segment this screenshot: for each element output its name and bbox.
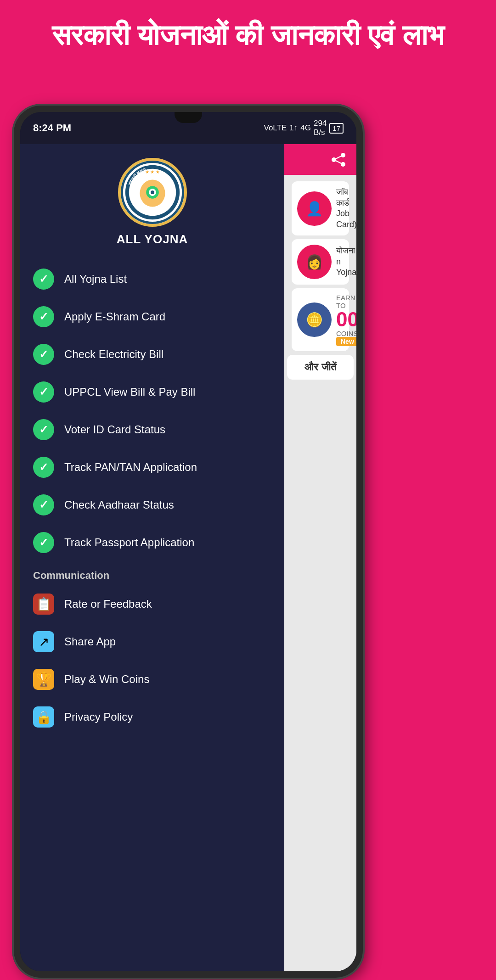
network-icon: VoLTE: [264, 123, 287, 133]
coins-trophy-icon: 🪙: [306, 312, 323, 328]
phone-screen: ★ ★ ★ सरकारी योजना GOVERNMENT SCHEMES AL: [20, 144, 356, 971]
new-badge: New: [336, 337, 356, 346]
status-time: 8:24 PM: [33, 122, 71, 134]
job-card-icon: 👤: [297, 191, 332, 226]
svg-text:★ ★ ★: ★ ★ ★: [145, 169, 159, 174]
menu-item-all-yojna[interactable]: All Yojna List: [20, 260, 284, 298]
coins-icon: 🏆: [36, 672, 52, 687]
menu-item-uppcl[interactable]: UPPCL View Bill & Pay Bill: [20, 373, 284, 411]
check-icon-3: [33, 344, 54, 365]
menu-label-feedback: Rate or Feedback: [64, 598, 152, 610]
menu-item-aadhaar[interactable]: Check Aadhaar Status: [20, 486, 284, 524]
check-icon-1: [33, 269, 54, 290]
menu-label-1: All Yojna List: [64, 273, 127, 286]
job-text-line1: जॉब कार्ड: [336, 187, 356, 208]
speed-icon: 294B/s: [314, 119, 327, 137]
svg-line-13: [334, 155, 343, 160]
menu-label-share: Share App: [64, 635, 116, 648]
yojna-card: 👩 योजना n Yojna): [292, 239, 349, 285]
privacy-icon-box: 🔒: [33, 706, 54, 728]
menu-label-7: Check Aadhaar Status: [64, 498, 174, 511]
share-win-card: और जीतें: [287, 355, 354, 380]
page-title: सरकारी योजनाओं की जानकारी एवं लाभ: [0, 0, 496, 66]
menu-label-2: Apply E-Shram Card: [64, 310, 165, 323]
yojna-icon: 👩: [306, 254, 323, 270]
job-text-line2: Job Card): [336, 208, 356, 230]
app-top-bar: [284, 144, 356, 175]
menu-item-privacy[interactable]: 🔒 Privacy Policy: [20, 698, 284, 736]
app-name: ALL YOJNA: [117, 232, 188, 246]
menu-list: All Yojna List Apply E-Shram Card Check …: [20, 256, 284, 971]
menu-item-share[interactable]: ↗ Share App: [20, 623, 284, 661]
coins-win-icon: 🪙: [297, 302, 332, 337]
logo-svg: ★ ★ ★ सरकारी योजना GOVERNMENT SCHEMES: [121, 160, 184, 224]
coins-coins-label: COINS: [336, 330, 356, 337]
logo-section: ★ ★ ★ सरकारी योजना GOVERNMENT SCHEMES AL: [20, 144, 284, 256]
app-content-panel: 👤 जॉब कार्ड Job Card) 👩 योजना n Yojna): [284, 144, 356, 971]
svg-line-14: [334, 160, 343, 164]
communication-section-header: Communication: [20, 561, 284, 585]
yojna-text-line2: n Yojna): [336, 257, 356, 278]
status-bar: 8:24 PM VoLTE 1↑ 4G 294B/s 17: [20, 112, 356, 144]
menu-item-pan[interactable]: Track PAN/TAN Application: [20, 448, 284, 486]
coins-amount: 000: [336, 309, 356, 330]
check-icon-8: [33, 532, 54, 553]
coins-win-card: 🪙 EARN UP TO 000 COINS New: [292, 288, 349, 351]
battery-icon: 17: [329, 123, 344, 134]
share-top-icon: [330, 151, 347, 168]
menu-label-8: Track Passport Application: [64, 536, 194, 549]
menu-label-coins: Play & Win Coins: [64, 673, 149, 686]
menu-item-passport[interactable]: Track Passport Application: [20, 524, 284, 561]
share-win-text: और जीतें: [304, 361, 336, 373]
menu-item-electricity[interactable]: Check Electricity Bill: [20, 336, 284, 373]
check-icon-4: [33, 381, 54, 403]
menu-label-5: Voter ID Card Status: [64, 423, 165, 436]
volume-button: [360, 250, 363, 286]
coins-win-row: 🪙 EARN UP TO 000 COINS New: [297, 294, 344, 346]
menu-item-eshram[interactable]: Apply E-Shram Card: [20, 298, 284, 336]
navigation-drawer: ★ ★ ★ सरकारी योजना GOVERNMENT SCHEMES AL: [20, 144, 284, 971]
status-icons: VoLTE 1↑ 4G 294B/s 17: [264, 119, 344, 137]
menu-item-feedback[interactable]: 📋 Rate or Feedback: [20, 585, 284, 623]
job-card-text: जॉब कार्ड Job Card): [336, 187, 356, 230]
app-logo: ★ ★ ★ सरकारी योजना GOVERNMENT SCHEMES: [118, 158, 187, 227]
coins-earn-label: EARN UP TO: [336, 294, 356, 309]
yojna-card-text: योजना n Yojna): [336, 246, 356, 278]
job-card: 👤 जॉब कार्ड Job Card): [292, 181, 349, 235]
feedback-icon: 📋: [36, 597, 52, 612]
signal-icon: 1↑: [289, 123, 298, 133]
4g-icon: 4G: [300, 123, 311, 133]
coins-info: EARN UP TO 000 COINS New: [336, 294, 356, 346]
menu-label-privacy: Privacy Policy: [64, 711, 133, 723]
phone-frame: 8:24 PM VoLTE 1↑ 4G 294B/s 17: [14, 106, 363, 978]
yojna-text-line1: योजना: [336, 246, 356, 256]
menu-label-3: Check Electricity Bill: [64, 348, 163, 361]
share-icon-box: ↗: [33, 631, 54, 652]
feedback-icon-box: 📋: [33, 594, 54, 615]
check-icon-7: [33, 494, 54, 515]
coins-icon-box: 🏆: [33, 669, 54, 690]
header-section: सरकारी योजनाओं की जानकारी एवं लाभ: [0, 0, 496, 66]
menu-item-coins[interactable]: 🏆 Play & Win Coins: [20, 661, 284, 698]
privacy-icon: 🔒: [36, 710, 52, 725]
check-icon-2: [33, 306, 54, 327]
check-icon-6: [33, 457, 54, 478]
menu-label-6: Track PAN/TAN Application: [64, 461, 197, 474]
yojna-card-icon: 👩: [297, 245, 332, 279]
share-icon: ↗: [39, 634, 49, 650]
menu-item-voter[interactable]: Voter ID Card Status: [20, 411, 284, 448]
share-top-button[interactable]: [326, 147, 351, 172]
check-icon-5: [33, 419, 54, 440]
phone-notch: [175, 112, 202, 123]
menu-label-4: UPPCL View Bill & Pay Bill: [64, 386, 195, 398]
job-icon: 👤: [306, 201, 323, 217]
svg-point-6: [151, 190, 154, 194]
